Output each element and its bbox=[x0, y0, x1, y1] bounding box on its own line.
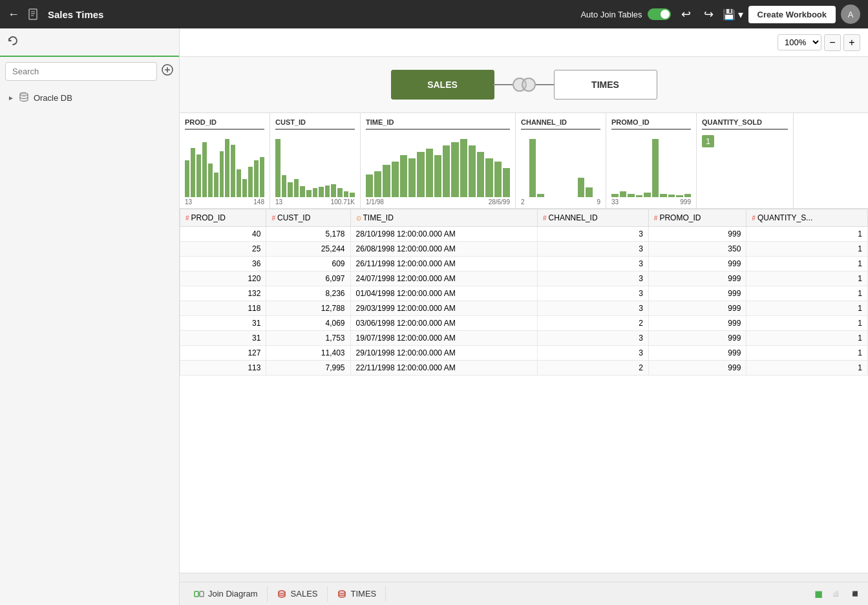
back-button[interactable]: ← bbox=[8, 8, 19, 21]
zoom-in-button[interactable]: + bbox=[843, 34, 860, 51]
join-connector bbox=[493, 73, 555, 96]
histogram-bar bbox=[660, 194, 667, 197]
table-cell: 3 bbox=[538, 257, 649, 271]
zoom-select[interactable]: 100% 75% 50% 150% bbox=[778, 34, 821, 50]
add-datasource-button[interactable] bbox=[161, 63, 174, 80]
col-underline bbox=[275, 129, 355, 130]
th-quantity-s---[interactable]: #QUANTITY_S... bbox=[746, 209, 868, 227]
oracle-db-label: Oracle DB bbox=[34, 93, 72, 103]
th-time-id[interactable]: ⊙TIME_ID bbox=[350, 209, 537, 227]
col-histogram-time_id[interactable]: TIME_ID1/1/9828/6/99 bbox=[361, 113, 516, 208]
col-histogram-channel_id[interactable]: CHANNEL_ID29 bbox=[516, 113, 606, 208]
table-cell: 1 bbox=[746, 286, 868, 301]
autojoin-toggle[interactable] bbox=[648, 8, 671, 20]
table-row[interactable]: 2525,24426/08/1998 12:00:00.000 AM33501 bbox=[180, 242, 868, 257]
col-underline bbox=[366, 129, 510, 130]
col-selected-value: 1 bbox=[702, 135, 714, 147]
view-icon-1[interactable]: ◼ bbox=[813, 586, 824, 601]
histogram-bar bbox=[300, 186, 305, 197]
table-row[interactable]: 314,06903/06/1998 12:00:00.000 AM29991 bbox=[180, 316, 868, 331]
table-row[interactable]: 3660926/11/1998 12:00:00.000 AM39991 bbox=[180, 257, 868, 271]
col-histogram-prod_id[interactable]: PROD_ID13148 bbox=[180, 113, 270, 208]
avatar[interactable]: A bbox=[841, 5, 860, 24]
table-cell: 36 bbox=[180, 257, 266, 271]
refresh-button[interactable] bbox=[6, 34, 19, 50]
col-name-channel_id: CHANNEL_ID bbox=[521, 118, 600, 126]
horizontal-scrollbar[interactable] bbox=[180, 573, 868, 582]
tree-expand-arrow: ► bbox=[8, 94, 14, 101]
table-row[interactable]: 11812,78829/03/1999 12:00:00.000 AM39991 bbox=[180, 301, 868, 316]
col-histogram-promo_id[interactable]: PROMO_ID33999 bbox=[606, 113, 697, 208]
view-icon-2[interactable]: ◽ bbox=[828, 586, 843, 601]
col-histogram-cust_id[interactable]: CUST_ID13100.71K bbox=[270, 113, 361, 208]
table-cell: 3 bbox=[538, 227, 649, 242]
histogram-bar bbox=[196, 154, 201, 197]
zoom-out-button[interactable]: − bbox=[824, 34, 841, 51]
table-cell: 5,178 bbox=[266, 227, 350, 242]
search-input[interactable] bbox=[5, 62, 157, 81]
th-promo-id[interactable]: #PROMO_ID bbox=[648, 209, 746, 227]
table-cell: 03/06/1998 12:00:00.000 AM bbox=[350, 316, 537, 331]
undo-button[interactable]: ↩ bbox=[677, 5, 695, 24]
table-cell: 113 bbox=[180, 361, 266, 376]
table-node-sales[interactable]: SALES bbox=[391, 70, 494, 100]
table-cell: 7,995 bbox=[266, 361, 350, 376]
page-title: Sales Times bbox=[48, 9, 574, 20]
table-cell: 999 bbox=[648, 301, 746, 316]
table-cell: 1 bbox=[746, 331, 868, 346]
range-max: 100.71K bbox=[331, 198, 355, 206]
table-cell: 999 bbox=[648, 271, 746, 286]
th-channel-id[interactable]: #CHANNEL_ID bbox=[538, 209, 649, 227]
join-diagram-area: SALES TIMES bbox=[180, 57, 868, 113]
table-row[interactable]: 405,17828/10/1998 12:00:00.000 AM39991 bbox=[180, 227, 868, 242]
table-cell: 29/10/1998 12:00:00.000 AM bbox=[350, 346, 537, 361]
histogram-bar bbox=[220, 151, 224, 197]
table-row[interactable]: 1137,99522/11/1998 12:00:00.000 AM29991 bbox=[180, 361, 868, 376]
redo-button[interactable]: ↪ bbox=[700, 5, 717, 24]
histogram-chart-channel_id bbox=[521, 133, 600, 197]
db-tab-icon bbox=[277, 589, 287, 599]
col-range-time_id: 1/1/9828/6/99 bbox=[366, 198, 510, 206]
bottom-tab-sales[interactable]: SALES bbox=[268, 586, 328, 602]
join-circles bbox=[513, 73, 536, 96]
histogram-bar bbox=[294, 179, 299, 197]
create-workbook-button[interactable]: Create Workbook bbox=[748, 6, 836, 23]
table-cell: 8,236 bbox=[266, 286, 350, 301]
table-row[interactable]: 311,75319/07/1998 12:00:00.000 AM39991 bbox=[180, 331, 868, 346]
col-name-cust_id: CUST_ID bbox=[275, 118, 355, 126]
table-cell: 25 bbox=[180, 242, 266, 257]
table-cell: 25,244 bbox=[266, 242, 350, 257]
th-cust-id[interactable]: #CUST_ID bbox=[266, 209, 350, 227]
col-histogram-quantity_sold[interactable]: QUANTITY_SOLD1 bbox=[697, 113, 794, 208]
bottom-right-icons: ◼ ◽ ◾ bbox=[813, 586, 863, 601]
data-table-wrap[interactable]: #PROD_ID#CUST_ID⊙TIME_ID#CHANNEL_ID#PROM… bbox=[180, 209, 868, 573]
data-table: #PROD_ID#CUST_ID⊙TIME_ID#CHANNEL_ID#PROM… bbox=[180, 209, 868, 376]
table-node-times[interactable]: TIMES bbox=[554, 70, 657, 100]
histogram-bar bbox=[288, 182, 293, 197]
table-cell: 1 bbox=[746, 271, 868, 286]
range-min: 33 bbox=[611, 198, 619, 206]
histogram-bar bbox=[451, 142, 458, 197]
table-cell: 1 bbox=[746, 316, 868, 331]
th-prod-id[interactable]: #PROD_ID bbox=[180, 209, 266, 227]
bottom-tab-times[interactable]: TIMES bbox=[328, 586, 386, 602]
join-line-left bbox=[493, 84, 513, 85]
histogram-bar bbox=[242, 179, 247, 197]
col-header-label: CUST_ID bbox=[277, 213, 310, 222]
bottom-tab-join-diagram[interactable]: Join Diagram bbox=[185, 586, 268, 602]
database-icon bbox=[18, 91, 30, 105]
table-cell: 26/11/1998 12:00:00.000 AM bbox=[350, 257, 537, 271]
histogram-bar bbox=[652, 139, 659, 197]
table-row[interactable]: 12711,40329/10/1998 12:00:00.000 AM39991 bbox=[180, 346, 868, 361]
col-underline bbox=[521, 129, 600, 130]
save-button[interactable]: 💾 ▾ bbox=[723, 8, 743, 21]
table-row[interactable]: 1206,09724/07/1998 12:00:00.000 AM39991 bbox=[180, 271, 868, 286]
table-row[interactable]: 1328,23601/04/1998 12:00:00.000 AM39991 bbox=[180, 286, 868, 301]
col-type-icon: # bbox=[543, 215, 547, 222]
histogram-bar bbox=[374, 171, 381, 197]
sidebar-item-oracledb[interactable]: ► Oracle DB bbox=[5, 89, 174, 107]
view-icon-3[interactable]: ◾ bbox=[847, 586, 863, 601]
histogram-bar bbox=[282, 175, 287, 197]
histogram-bar bbox=[225, 139, 229, 197]
histogram-bar bbox=[331, 184, 336, 197]
